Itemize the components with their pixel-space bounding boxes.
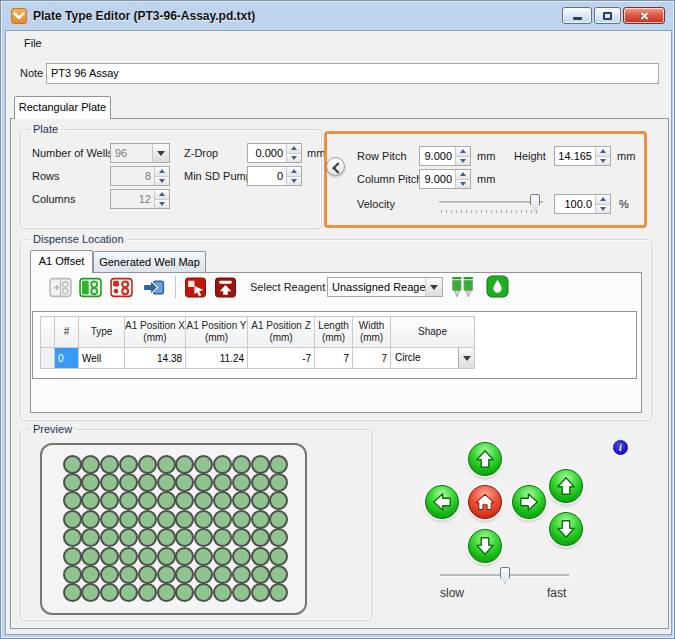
well-circle xyxy=(63,491,82,510)
column-header[interactable]: A1 Position Y(mm) xyxy=(186,317,248,348)
spin-down-icon[interactable] xyxy=(287,153,301,163)
well-circle xyxy=(175,510,194,529)
cell-a1-position-z[interactable]: -7 xyxy=(248,348,315,369)
maximize-button[interactable] xyxy=(594,7,621,24)
cell-index[interactable]: 0 xyxy=(55,348,79,369)
column-header[interactable]: # xyxy=(55,317,79,348)
table-row: 0 Well 14.38 11.24 -7 7 7 Circle xyxy=(41,348,475,369)
velocity-spinner[interactable]: 100.0 xyxy=(554,194,611,214)
velocity-slider[interactable] xyxy=(439,194,543,214)
spin-up-icon[interactable] xyxy=(456,170,470,179)
arrow-down-icon xyxy=(474,535,496,557)
spin-up-icon[interactable] xyxy=(155,190,169,199)
min-sd-pump-spinner[interactable]: 0 xyxy=(247,166,302,186)
column-header[interactable]: Shape xyxy=(391,317,475,348)
cell-a1-position-y[interactable]: 11.24 xyxy=(186,348,248,369)
well-circle xyxy=(157,510,176,529)
well-circle xyxy=(63,473,82,492)
chevron-down-icon[interactable] xyxy=(425,278,442,296)
jog-home-button[interactable] xyxy=(468,485,502,519)
jog-z-up-button[interactable] xyxy=(549,469,583,503)
info-icon[interactable] xyxy=(613,440,628,455)
spinner-buttons[interactable] xyxy=(286,167,301,185)
spin-up-icon[interactable] xyxy=(287,167,301,176)
close-button[interactable] xyxy=(623,7,665,24)
column-header[interactable]: Width(mm) xyxy=(353,317,391,348)
tab-rectangular-plate[interactable]: Rectangular Plate xyxy=(14,96,111,118)
note-input[interactable]: PT3 96 Assay xyxy=(46,63,659,84)
spinner-buttons[interactable] xyxy=(595,147,610,165)
manual-dispense-icon[interactable] xyxy=(449,274,476,300)
title-bar[interactable]: Plate Type Editor (PT3-96-Assay.pd.txt) xyxy=(1,1,674,30)
jog-up-button[interactable] xyxy=(468,442,502,476)
cell-a1-position-x[interactable]: 14.38 xyxy=(125,348,186,369)
spin-down-icon[interactable] xyxy=(287,176,301,186)
note-label: Note xyxy=(20,63,43,83)
jog-left-button[interactable] xyxy=(425,485,459,519)
chevron-down-icon[interactable] xyxy=(152,144,169,162)
spin-down-icon[interactable] xyxy=(596,156,610,166)
spinner-buttons[interactable] xyxy=(595,195,610,213)
jog-speed-slider[interactable] xyxy=(440,567,569,584)
cell-type[interactable]: Well xyxy=(79,348,125,369)
select-wells-icon[interactable] xyxy=(184,276,207,299)
spin-down-icon[interactable] xyxy=(155,176,169,186)
rows-spinner[interactable]: 8 xyxy=(110,166,170,186)
spin-up-icon[interactable] xyxy=(596,195,610,204)
spin-up-icon[interactable] xyxy=(596,147,610,156)
cell-width[interactable]: 7 xyxy=(353,348,391,369)
well-circle xyxy=(138,473,157,492)
number-of-wells-combo[interactable]: 96 xyxy=(110,143,170,163)
home-icon xyxy=(474,491,496,513)
jog-z-down-button[interactable] xyxy=(549,512,583,546)
cell-length[interactable]: 7 xyxy=(315,348,353,369)
spin-up-icon[interactable] xyxy=(287,144,301,153)
jog-down-button[interactable] xyxy=(468,529,502,563)
tab-generated-well-map[interactable]: Generated Well Map xyxy=(93,251,206,272)
column-header[interactable]: Type xyxy=(79,317,125,348)
well-circle xyxy=(175,528,194,547)
jog-right-button[interactable] xyxy=(512,485,546,519)
menu-file[interactable]: File xyxy=(14,34,52,53)
spinner-buttons[interactable] xyxy=(455,147,470,165)
well-circle xyxy=(81,510,100,529)
cell-shape[interactable]: Circle xyxy=(391,348,475,369)
well-circle xyxy=(194,583,213,602)
columns-spinner[interactable]: 12 xyxy=(110,189,170,209)
well-circle xyxy=(232,565,251,584)
row-pitch-spinner[interactable]: 9.000 xyxy=(419,146,471,166)
spin-down-icon[interactable] xyxy=(155,199,169,209)
speed-slider-thumb[interactable] xyxy=(500,567,510,584)
well-table: #TypeA1 Position X(mm)A1 Position Y(mm)A… xyxy=(40,316,475,369)
well-circle xyxy=(232,455,251,474)
minimize-button[interactable] xyxy=(562,7,592,24)
remove-wells-icon[interactable] xyxy=(110,276,133,299)
select-reagent-combo[interactable]: Unassigned Reagent xyxy=(327,277,443,297)
spinner-buttons[interactable] xyxy=(455,170,470,188)
chevron-down-icon[interactable] xyxy=(458,348,474,368)
spinner-buttons[interactable] xyxy=(154,167,169,185)
row-header[interactable] xyxy=(41,348,55,369)
well-circle xyxy=(81,455,100,474)
spin-up-icon[interactable] xyxy=(155,167,169,176)
spinner-buttons[interactable] xyxy=(154,190,169,208)
column-pitch-spinner[interactable]: 9.000 xyxy=(419,169,471,189)
move-to-top-icon[interactable] xyxy=(214,276,237,299)
add-wells-icon[interactable] xyxy=(79,276,102,299)
collapse-panel-button[interactable] xyxy=(326,157,345,176)
spin-down-icon[interactable] xyxy=(456,179,470,189)
column-header[interactable]: A1 Position X(mm) xyxy=(125,317,186,348)
prime-droplet-icon[interactable] xyxy=(486,275,509,298)
tab-a1-offset[interactable]: A1 Offset xyxy=(30,250,93,272)
well-circle xyxy=(63,510,82,529)
z-drop-spinner[interactable]: 0.000 xyxy=(247,143,302,163)
spin-down-icon[interactable] xyxy=(456,156,470,166)
spinner-buttons[interactable] xyxy=(286,144,301,162)
column-header[interactable]: A1 Position Z(mm) xyxy=(248,317,315,348)
spin-up-icon[interactable] xyxy=(456,147,470,156)
velocity-slider-thumb[interactable] xyxy=(530,194,540,211)
import-wells-icon[interactable] xyxy=(142,276,165,299)
height-spinner[interactable]: 14.165 xyxy=(554,146,611,166)
spin-down-icon[interactable] xyxy=(596,204,610,214)
column-header[interactable]: Length(mm) xyxy=(315,317,353,348)
